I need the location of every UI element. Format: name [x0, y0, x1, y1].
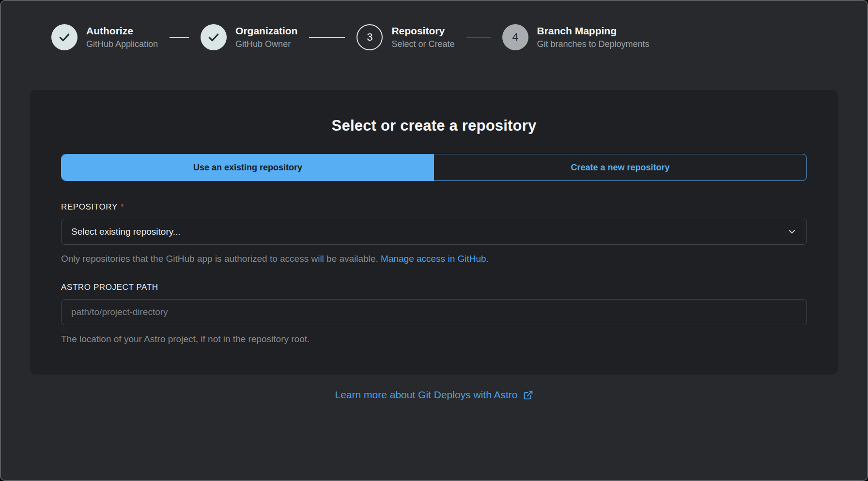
step-branch-mapping: 4 Branch Mapping Git branches to Deploym…: [502, 24, 650, 50]
page-title: Select or create a repository: [61, 117, 807, 135]
step-number-badge: 3: [356, 24, 383, 50]
repository-help-text: Only repositories that the GitHub app is…: [61, 254, 807, 264]
chevron-down-icon: [787, 227, 797, 237]
step-connector: [170, 37, 189, 38]
step-title: Repository: [391, 25, 454, 37]
step-connector: [309, 37, 345, 38]
repository-help-main: Only repositories that the GitHub app is…: [61, 254, 378, 264]
step-text: Authorize GitHub Application: [86, 25, 158, 49]
step-text: Organization GitHub Owner: [235, 25, 297, 49]
learn-more-link[interactable]: Learn more about Git Deploys with Astro: [335, 389, 533, 401]
required-marker: *: [121, 202, 124, 211]
repository-field-label-text: REPOSITORY: [61, 202, 118, 211]
step-text: Repository Select or Create: [391, 25, 454, 49]
learn-more-link-label: Learn more about Git Deploys with Astro: [335, 389, 517, 401]
step-subtitle: GitHub Owner: [235, 39, 297, 49]
checkmark-icon: [58, 31, 71, 44]
step-subtitle: Git branches to Deployments: [537, 39, 650, 49]
footer: Learn more about Git Deploys with Astro: [1, 389, 867, 401]
manage-access-link[interactable]: Manage access in GitHub.: [381, 254, 489, 264]
step-complete-check: [201, 24, 227, 50]
repository-select-value: Select existing repository...: [71, 226, 181, 237]
step-subtitle: Select or Create: [391, 39, 454, 49]
tab-use-existing-repository[interactable]: Use an existing repository: [62, 154, 434, 180]
project-path-label: ASTRO PROJECT PATH: [61, 283, 807, 292]
wizard-stepper: Authorize GitHub Application Organizatio…: [1, 1, 867, 50]
project-path-help-text: The location of your Astro project, if n…: [61, 334, 807, 345]
repository-mode-tabs: Use an existing repository Create a new …: [61, 154, 807, 181]
step-title: Authorize: [86, 25, 158, 37]
step-title: Organization: [235, 25, 297, 37]
app-window: Authorize GitHub Application Organizatio…: [0, 0, 868, 481]
external-link-icon: [523, 390, 533, 400]
step-organization: Organization GitHub Owner: [201, 24, 297, 50]
step-text: Branch Mapping Git branches to Deploymen…: [537, 25, 650, 49]
repository-select[interactable]: Select existing repository...: [61, 219, 807, 245]
step-authorize: Authorize GitHub Application: [51, 24, 158, 50]
step-number-badge: 4: [502, 24, 528, 50]
checkmark-icon: [207, 31, 220, 44]
tab-create-new-repository[interactable]: Create a new repository: [434, 154, 806, 180]
step-complete-check: [51, 24, 78, 50]
step-connector: [466, 37, 491, 38]
step-repository: 3 Repository Select or Create: [356, 24, 454, 50]
repository-field-label: REPOSITORY*: [61, 202, 807, 212]
step-title: Branch Mapping: [537, 25, 650, 37]
step-subtitle: GitHub Application: [86, 39, 158, 49]
repository-step-card: Select or create a repository Use an exi…: [30, 90, 838, 375]
project-path-input[interactable]: [61, 299, 807, 325]
